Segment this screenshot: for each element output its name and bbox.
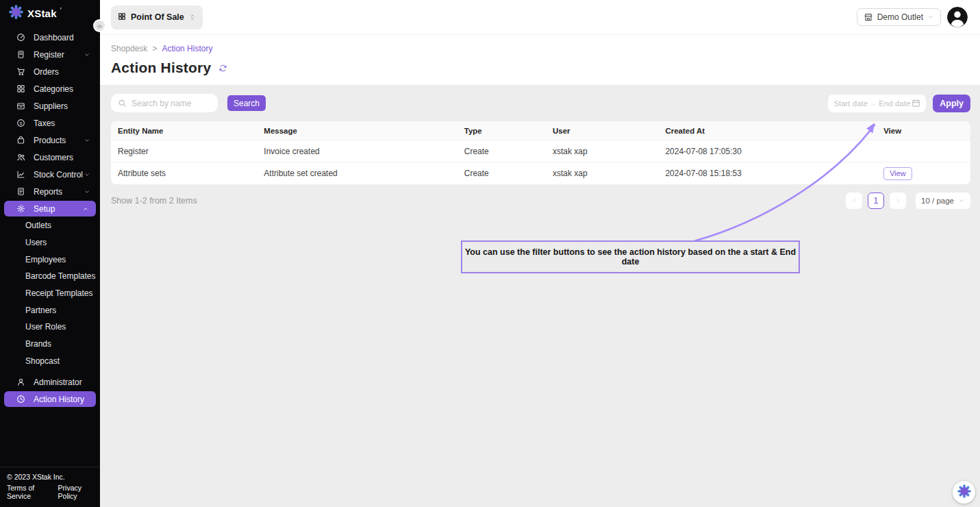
page-size-select[interactable]: 10 / page: [916, 193, 970, 209]
chevron-down-icon: [958, 197, 965, 204]
filter-bar: Search → Apply: [100, 85, 980, 112]
sidebar-item-orders[interactable]: Orders: [0, 63, 100, 80]
collapse-icon: [97, 20, 103, 32]
app-root: XStak' DashboardRegisterOrdersCategories…: [0, 0, 980, 507]
main-area: Point Of Sale Demo Outlet Shopdesk > Act…: [100, 0, 980, 507]
annotation-text: You can use the filter buttons to see th…: [462, 247, 799, 267]
sidebar-item-label: Customers: [34, 153, 93, 162]
app-switcher-label: Point Of Sale: [131, 12, 184, 22]
setup-icon: [16, 204, 26, 213]
table-row: RegisterInvoice createdCreatexstak xap20…: [111, 140, 970, 162]
chat-widget-button[interactable]: [953, 481, 975, 504]
suppliers-icon: [16, 101, 26, 110]
xstak-flower-icon: [9, 5, 23, 22]
sidebar-item-stock-control[interactable]: Stock Control: [0, 166, 100, 183]
customers-icon: [16, 153, 26, 162]
sidebar-item-reports[interactable]: Reports: [0, 183, 100, 200]
sidebar-item-suppliers[interactable]: Suppliers: [0, 97, 100, 114]
cell-message: Attribute set created: [257, 169, 457, 178]
date-range-picker: →: [828, 95, 926, 112]
sidebar-item-categories[interactable]: Categories: [0, 80, 100, 97]
sidebar-item-label: Reports: [34, 187, 84, 197]
refresh-icon[interactable]: [218, 64, 227, 73]
sidebar-subitem-users[interactable]: Users: [0, 234, 100, 251]
topbar: Point Of Sale Demo Outlet: [100, 0, 980, 35]
column-header-view: View: [877, 127, 970, 135]
cell-type: Create: [457, 169, 546, 178]
sidebar-subitem-user-roles[interactable]: User Roles: [0, 319, 100, 336]
stock-control-icon: [16, 170, 26, 179]
sidebar-item-label: Suppliers: [34, 101, 93, 111]
chevron-up-icon: [82, 206, 89, 212]
xstak-flower-icon: [957, 484, 971, 501]
categories-icon: [16, 84, 26, 93]
breadcrumb-parent[interactable]: Shopdesk: [111, 44, 147, 53]
sidebar-subitem-partners[interactable]: Partners: [0, 301, 100, 319]
administrator-icon: [16, 378, 26, 386]
sidebar-item-label: Administrator: [34, 378, 93, 387]
content-area: Search → Apply Entity NameMessageTypeUse…: [100, 85, 980, 507]
sidebar-item-register[interactable]: Register: [0, 46, 100, 63]
outlet-select[interactable]: Demo Outlet: [857, 8, 941, 26]
chevron-down-icon: [84, 171, 90, 178]
copyright-text: © 2023 XStak Inc.: [7, 473, 93, 481]
date-range-arrow-icon: →: [869, 99, 876, 107]
page-header: Shopdesk > Action History Action History: [100, 35, 980, 85]
search-button[interactable]: Search: [227, 95, 266, 111]
table-header-row: Entity NameMessageTypeUserCreated AtView: [111, 121, 970, 140]
end-date-input[interactable]: [879, 99, 912, 108]
sidebar-item-label: Taxes: [34, 119, 93, 128]
sidebar-bottom-nav: AdministratorAction History: [0, 369, 100, 408]
brand-logo[interactable]: XStak': [0, 0, 100, 25]
sidebar-item-label: Products: [34, 136, 84, 145]
sidebar-item-customers[interactable]: Customers: [0, 149, 100, 166]
sidebar-subitem-shopcast[interactable]: Shopcast: [0, 353, 100, 370]
column-header-created-at: Created At: [658, 127, 877, 135]
sidebar-item-taxes[interactable]: $Taxes: [0, 114, 100, 132]
column-header-entity-name: Entity Name: [111, 127, 257, 135]
sidebar-item-administrator[interactable]: Administrator: [0, 373, 100, 391]
terms-of-service-link[interactable]: Terms of Service: [7, 484, 49, 500]
sidebar-subitem-outlets[interactable]: Outlets: [0, 217, 100, 234]
sidebar-subitem-barcode-templates[interactable]: Barcode Templates: [0, 268, 100, 285]
prev-page-button[interactable]: [846, 193, 862, 209]
view-button[interactable]: View: [883, 167, 912, 180]
user-avatar[interactable]: [947, 7, 968, 27]
sidebar-subitem-brands[interactable]: Brands: [0, 336, 100, 353]
annotation-callout: You can use the filter buttons to see th…: [461, 240, 800, 273]
sidebar-collapse-button[interactable]: [95, 21, 105, 31]
sidebar-subitem-employees[interactable]: Employees: [0, 251, 100, 268]
sidebar-item-products[interactable]: Products: [0, 132, 100, 149]
sidebar-item-dashboard[interactable]: Dashboard: [0, 29, 100, 46]
register-icon: [16, 50, 26, 59]
reports-icon: [16, 187, 26, 196]
page-size-label: 10 / page: [921, 197, 954, 205]
cell-user: xstak xap: [546, 147, 658, 156]
apply-button[interactable]: Apply: [933, 95, 970, 112]
grid-icon: [118, 11, 126, 23]
privacy-policy-link[interactable]: Privacy Policy: [58, 484, 93, 500]
sidebar-item-action-history[interactable]: Action History: [4, 391, 96, 407]
pagination-summary: Show 1-2 from 2 Items: [111, 196, 197, 206]
page-number-button[interactable]: 1: [868, 193, 884, 209]
start-date-input[interactable]: [833, 99, 869, 108]
calendar-icon[interactable]: [912, 99, 920, 108]
search-input[interactable]: [131, 99, 207, 108]
action-history-icon: [16, 395, 26, 404]
taxes-icon: $: [16, 119, 26, 127]
breadcrumb-separator: >: [152, 44, 157, 53]
next-page-button[interactable]: [890, 193, 906, 209]
sidebar-setup-submenu: OutletsUsersEmployeesBarcode TemplatesRe…: [0, 217, 100, 369]
sidebar-nav: DashboardRegisterOrdersCategoriesSupplie…: [0, 25, 100, 217]
sidebar-subitem-receipt-templates[interactable]: Receipt Templates: [0, 285, 100, 302]
table-body: RegisterInvoice createdCreatexstak xap20…: [111, 140, 970, 184]
selector-updown-icon: [189, 14, 196, 21]
brand-name: XStak: [27, 8, 57, 19]
table-row: Attribute setsAttribute set createdCreat…: [111, 162, 970, 184]
sidebar-item-setup[interactable]: Setup: [4, 201, 96, 217]
orders-icon: [16, 67, 26, 76]
svg-text:$: $: [20, 121, 23, 125]
chevron-down-icon: [84, 137, 90, 144]
sidebar-item-label: Setup: [34, 204, 82, 214]
app-switcher-button[interactable]: Point Of Sale: [111, 5, 203, 29]
